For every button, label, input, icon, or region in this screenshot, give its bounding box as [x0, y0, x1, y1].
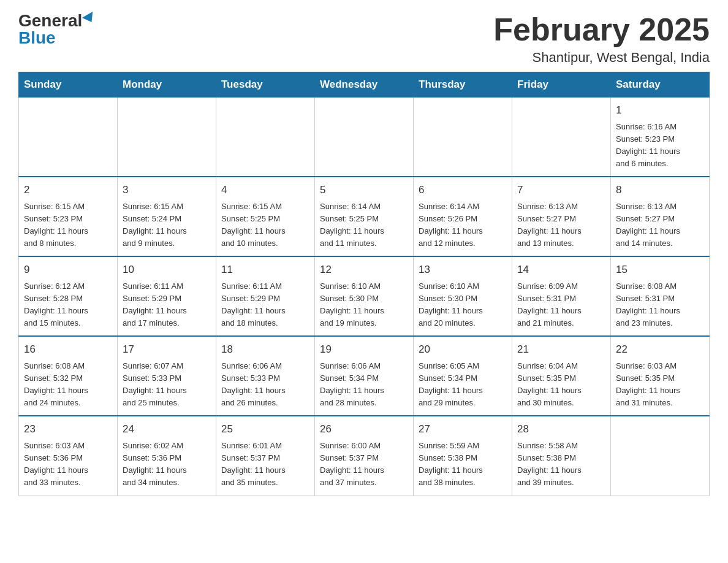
day-info: Sunrise: 6:11 AMSunset: 5:29 PMDaylight:…: [123, 282, 187, 327]
calendar-table: SundayMondayTuesdayWednesdayThursdayFrid…: [18, 72, 710, 496]
calendar-cell: 18Sunrise: 6:06 AMSunset: 5:33 PMDayligh…: [216, 336, 315, 416]
day-number: 2: [24, 182, 112, 198]
day-info: Sunrise: 6:13 AMSunset: 5:27 PMDaylight:…: [517, 202, 582, 248]
day-info: Sunrise: 6:15 AMSunset: 5:24 PMDaylight:…: [123, 202, 187, 248]
calendar-cell: 16Sunrise: 6:08 AMSunset: 5:32 PMDayligh…: [19, 336, 118, 416]
day-info: Sunrise: 6:15 AMSunset: 5:23 PMDaylight:…: [24, 202, 88, 248]
day-info: Sunrise: 6:07 AMSunset: 5:33 PMDaylight:…: [123, 361, 187, 407]
day-number: 16: [24, 342, 112, 358]
day-info: Sunrise: 6:08 AMSunset: 5:31 PMDaylight:…: [616, 282, 680, 327]
day-number: 25: [221, 421, 309, 437]
calendar-cell: 25Sunrise: 6:01 AMSunset: 5:37 PMDayligh…: [216, 416, 315, 496]
title-block: February 2025 Shantipur, West Bengal, In…: [493, 12, 710, 66]
calendar-cell: 6Sunrise: 6:14 AMSunset: 5:26 PMDaylight…: [414, 177, 512, 256]
day-number: 27: [419, 421, 507, 437]
weekday-header-wednesday: Wednesday: [315, 72, 414, 98]
day-number: 28: [517, 421, 605, 437]
calendar-cell: [315, 98, 414, 177]
calendar-cell: [611, 416, 710, 496]
day-number: 13: [419, 262, 507, 278]
day-number: 8: [616, 182, 704, 198]
day-info: Sunrise: 6:00 AMSunset: 5:37 PMDaylight:…: [320, 441, 384, 487]
day-info: Sunrise: 6:16 AMSunset: 5:23 PMDaylight:…: [616, 122, 680, 168]
calendar-cell: 12Sunrise: 6:10 AMSunset: 5:30 PMDayligh…: [315, 256, 414, 336]
calendar-cell: 10Sunrise: 6:11 AMSunset: 5:29 PMDayligh…: [118, 256, 216, 336]
day-info: Sunrise: 6:05 AMSunset: 5:34 PMDaylight:…: [419, 361, 483, 407]
day-info: Sunrise: 6:10 AMSunset: 5:30 PMDaylight:…: [320, 282, 384, 327]
day-number: 19: [320, 342, 408, 358]
day-number: 14: [517, 262, 605, 278]
logo: General Blue: [18, 12, 96, 47]
day-number: 21: [517, 342, 605, 358]
day-info: Sunrise: 6:14 AMSunset: 5:26 PMDaylight:…: [419, 202, 483, 248]
calendar-cell: 20Sunrise: 6:05 AMSunset: 5:34 PMDayligh…: [414, 336, 512, 416]
day-info: Sunrise: 6:14 AMSunset: 5:25 PMDaylight:…: [320, 202, 384, 248]
calendar-cell: 13Sunrise: 6:10 AMSunset: 5:30 PMDayligh…: [414, 256, 512, 336]
calendar-week-row-2: 2Sunrise: 6:15 AMSunset: 5:23 PMDaylight…: [19, 177, 710, 256]
calendar-cell: 5Sunrise: 6:14 AMSunset: 5:25 PMDaylight…: [315, 177, 414, 256]
calendar-cell: 3Sunrise: 6:15 AMSunset: 5:24 PMDaylight…: [118, 177, 216, 256]
calendar-week-row-3: 9Sunrise: 6:12 AMSunset: 5:28 PMDaylight…: [19, 256, 710, 336]
day-number: 15: [616, 262, 704, 278]
day-info: Sunrise: 5:58 AMSunset: 5:38 PMDaylight:…: [517, 441, 582, 487]
day-number: 3: [123, 182, 211, 198]
day-number: 7: [517, 182, 605, 198]
calendar-cell: [216, 98, 315, 177]
location-title: Shantipur, West Bengal, India: [493, 50, 710, 66]
day-number: 17: [123, 342, 211, 358]
calendar-cell: 28Sunrise: 5:58 AMSunset: 5:38 PMDayligh…: [512, 416, 611, 496]
day-number: 18: [221, 342, 309, 358]
day-number: 26: [320, 421, 408, 437]
day-info: Sunrise: 6:11 AMSunset: 5:29 PMDaylight:…: [221, 282, 286, 327]
day-number: 6: [419, 182, 507, 198]
day-info: Sunrise: 6:01 AMSunset: 5:37 PMDaylight:…: [221, 441, 286, 487]
day-number: 9: [24, 262, 112, 278]
calendar-cell: [512, 98, 611, 177]
weekday-header-sunday: Sunday: [19, 72, 118, 98]
day-number: 12: [320, 262, 408, 278]
day-info: Sunrise: 6:09 AMSunset: 5:31 PMDaylight:…: [517, 282, 582, 327]
weekday-header-tuesday: Tuesday: [216, 72, 315, 98]
calendar-cell: [414, 98, 512, 177]
day-number: 1: [616, 102, 704, 118]
calendar-cell: 21Sunrise: 6:04 AMSunset: 5:35 PMDayligh…: [512, 336, 611, 416]
calendar-cell: 1Sunrise: 6:16 AMSunset: 5:23 PMDaylight…: [611, 98, 710, 177]
day-info: Sunrise: 6:06 AMSunset: 5:33 PMDaylight:…: [221, 361, 286, 407]
calendar-cell: 15Sunrise: 6:08 AMSunset: 5:31 PMDayligh…: [611, 256, 710, 336]
day-info: Sunrise: 6:15 AMSunset: 5:25 PMDaylight:…: [221, 202, 286, 248]
calendar-cell: 14Sunrise: 6:09 AMSunset: 5:31 PMDayligh…: [512, 256, 611, 336]
weekday-header-saturday: Saturday: [611, 72, 710, 98]
calendar-week-row-5: 23Sunrise: 6:03 AMSunset: 5:36 PMDayligh…: [19, 416, 710, 496]
day-info: Sunrise: 6:03 AMSunset: 5:36 PMDaylight:…: [24, 441, 88, 487]
day-info: Sunrise: 6:03 AMSunset: 5:35 PMDaylight:…: [616, 361, 680, 407]
day-number: 10: [123, 262, 211, 278]
logo-arrow-icon: [82, 12, 97, 25]
day-info: Sunrise: 6:08 AMSunset: 5:32 PMDaylight:…: [24, 361, 88, 407]
weekday-header-thursday: Thursday: [414, 72, 512, 98]
day-number: 4: [221, 182, 309, 198]
day-number: 11: [221, 262, 309, 278]
day-info: Sunrise: 6:02 AMSunset: 5:36 PMDaylight:…: [123, 441, 187, 487]
calendar-cell: 2Sunrise: 6:15 AMSunset: 5:23 PMDaylight…: [19, 177, 118, 256]
calendar-cell: 8Sunrise: 6:13 AMSunset: 5:27 PMDaylight…: [611, 177, 710, 256]
calendar-cell: 22Sunrise: 6:03 AMSunset: 5:35 PMDayligh…: [611, 336, 710, 416]
weekday-header-monday: Monday: [118, 72, 216, 98]
calendar-cell: 19Sunrise: 6:06 AMSunset: 5:34 PMDayligh…: [315, 336, 414, 416]
calendar-cell: 4Sunrise: 6:15 AMSunset: 5:25 PMDaylight…: [216, 177, 315, 256]
calendar-cell: 7Sunrise: 6:13 AMSunset: 5:27 PMDaylight…: [512, 177, 611, 256]
day-number: 24: [123, 421, 211, 437]
calendar-cell: 23Sunrise: 6:03 AMSunset: 5:36 PMDayligh…: [19, 416, 118, 496]
day-info: Sunrise: 6:06 AMSunset: 5:34 PMDaylight:…: [320, 361, 384, 407]
calendar-cell: 24Sunrise: 6:02 AMSunset: 5:36 PMDayligh…: [118, 416, 216, 496]
day-info: Sunrise: 6:13 AMSunset: 5:27 PMDaylight:…: [616, 202, 680, 248]
weekday-header-friday: Friday: [512, 72, 611, 98]
calendar-cell: [19, 98, 118, 177]
weekday-header-row: SundayMondayTuesdayWednesdayThursdayFrid…: [19, 72, 710, 98]
calendar-cell: 17Sunrise: 6:07 AMSunset: 5:33 PMDayligh…: [118, 336, 216, 416]
day-info: Sunrise: 5:59 AMSunset: 5:38 PMDaylight:…: [419, 441, 483, 487]
calendar-cell: 26Sunrise: 6:00 AMSunset: 5:37 PMDayligh…: [315, 416, 414, 496]
calendar-cell: 27Sunrise: 5:59 AMSunset: 5:38 PMDayligh…: [414, 416, 512, 496]
day-info: Sunrise: 6:12 AMSunset: 5:28 PMDaylight:…: [24, 282, 88, 327]
month-title: February 2025: [493, 12, 710, 47]
calendar-cell: 9Sunrise: 6:12 AMSunset: 5:28 PMDaylight…: [19, 256, 118, 336]
